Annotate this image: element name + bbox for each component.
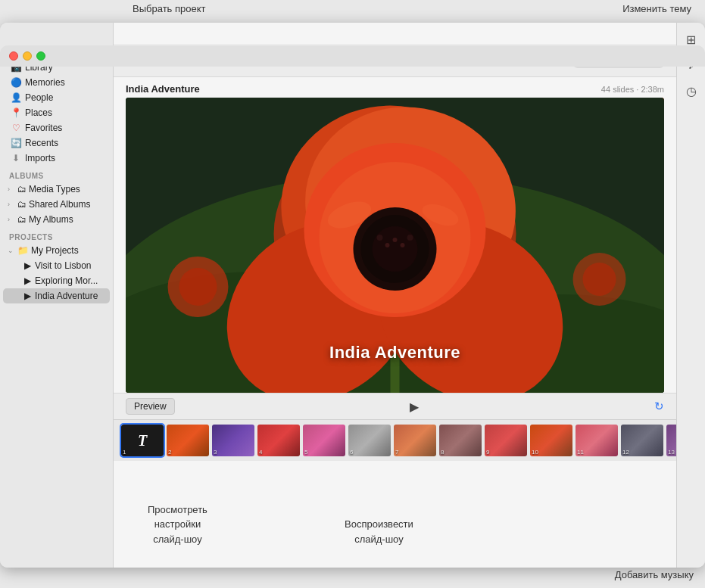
sidebar-item-my-projects-label: My Projects [31,245,79,256]
svg-point-22 [393,238,398,242]
sidebar-item-my-albums-label: My Albums [29,214,73,225]
sidebar-item-recents-label: Recents [25,138,58,148]
thumbnail-13[interactable]: 13 [666,425,676,456]
sidebar-item-media-types[interactable]: › 🗂 Media Types [3,182,110,197]
sidebar-item-india-adventure[interactable]: ▶ India Adventure [3,288,110,303]
sidebar-item-shared-albums-label: Shared Albums [29,199,90,210]
project-name: India Adventure [126,83,200,95]
main-content: ‹ Projects Export 🔍 India Adventure 44 s… [114,23,676,568]
clock-button[interactable]: ◷ [681,80,702,101]
sidebar-item-exploring-mor-label: Exploring Mor... [35,275,98,286]
sidebar-item-india-adventure-label: India Adventure [35,291,98,301]
sidebar-item-memories[interactable]: 🔵 Memories [3,75,110,90]
recents-icon: 🔄 [11,138,21,148]
thumb-num-3: 3 [214,449,217,456]
annotation-top-left: Выбрать проект [133,3,206,14]
thumbnail-10[interactable]: 10 [530,425,572,456]
thumbnail-8[interactable]: 8 [439,425,482,456]
slideshow-title-overlay: India Adventure [329,343,460,362]
thumb-num-9: 9 [486,449,489,456]
sidebar-item-visit-lisbon-label: Visit to Lisbon [35,260,92,271]
thumbnail-4[interactable]: 4 [257,425,300,456]
thumb-num-11: 11 [577,449,584,456]
chevron-down-icon: ⌄ [8,247,15,254]
project-meta: 44 slides · 2:38m [601,85,664,94]
minimize-button[interactable] [23,51,32,61]
shared-albums-icon: 🗂 [17,199,27,210]
annotation-bottom-right: Добавить музыку [615,569,694,580]
thumbnail-6[interactable]: 6 [348,425,391,456]
sidebar-item-places[interactable]: 📍 Places [3,105,110,120]
thumbnail-12[interactable]: 12 [621,425,663,456]
thumb-num-12: 12 [622,449,629,456]
folder-icon: 📁 [17,245,29,256]
people-icon: 👤 [11,92,21,103]
chevron-right-icon3: › [8,216,15,223]
thumb-title-bg: T [121,425,164,456]
sidebar-item-shared-albums[interactable]: › 🗂 Shared Albums [3,197,110,212]
thumbnail-3[interactable]: 3 [212,425,254,456]
preview-tab[interactable]: Preview [126,398,175,415]
places-icon: 📍 [11,107,21,118]
svg-point-26 [179,268,217,306]
favorites-icon: ♡ [11,123,21,133]
main-window: Photos 📷 Library 🔵 Memories 👤 People 📍 P… [0,23,705,568]
thumbnail-strip: T 1 2 3 4 5 6 7 8 [114,419,676,461]
thumb-num-10: 10 [532,449,538,456]
projects-section-label: Projects [0,227,113,243]
thumbnail-7[interactable]: 7 [394,425,436,456]
sidebar: Photos 📷 Library 🔵 Memories 👤 People 📍 P… [0,23,114,568]
sidebar-item-recents[interactable]: 🔄 Recents [3,135,110,151]
thumb-num-4: 4 [259,449,262,456]
thumb-num-13: 13 [668,449,675,456]
sidebar-item-imports-label: Imports [25,153,55,163]
slideshow-icon-2: ▶ [24,275,31,286]
play-button[interactable]: ▶ [405,397,423,415]
sidebar-item-people[interactable]: 👤 People [3,90,110,105]
thumb-num-2: 2 [168,449,171,456]
thumb-num-5: 5 [304,449,307,456]
thumbnail-11[interactable]: 11 [576,425,618,456]
thumb-num-7: 7 [395,449,398,456]
sidebar-item-my-projects[interactable]: ⌄ 📁 My Projects [3,243,110,258]
close-button[interactable] [9,51,18,61]
chevron-right-icon2: › [8,201,15,208]
sidebar-item-people-label: People [25,92,53,103]
preview-controls: Preview ▶ ↻ [114,393,676,419]
sidebar-item-memories-label: Memories [25,77,65,88]
chevron-right-icon: › [8,185,15,193]
media-types-icon: 🗂 [17,184,27,194]
my-albums-icon: 🗂 [17,214,27,225]
thumbnail-2[interactable]: 2 [167,425,209,456]
memories-icon: 🔵 [11,77,21,88]
clock-icon: ◷ [686,84,697,98]
project-header: India Adventure 44 slides · 2:38m [114,77,676,98]
sidebar-item-imports[interactable]: ⬇ Imports [3,151,110,166]
slideshow-icon-3: ▶ [24,291,31,301]
slideshow-icon-1: ▶ [24,260,31,271]
svg-point-20 [385,243,390,247]
sidebar-item-exploring-mor[interactable]: ▶ Exploring Mor... [3,273,110,288]
sidebar-item-visit-lisbon[interactable]: ▶ Visit to Lisbon [3,258,110,273]
sidebar-item-my-albums[interactable]: › 🗂 My Albums [3,212,110,227]
sidebar-item-favorites-label: Favorites [25,123,62,133]
maximize-button[interactable] [36,51,45,61]
sidebar-item-favorites[interactable]: ♡ Favorites [3,120,110,135]
sidebar-item-media-types-label: Media Types [29,184,80,194]
annotation-top-right: Изменить тему [622,3,691,14]
thumbnail-1[interactable]: T 1 [121,425,164,456]
traffic-lights-bar [0,45,705,67]
loop-button[interactable]: ↻ [654,400,664,413]
thumb-num-1: 1 [123,449,126,456]
layout-icon: ⊞ [686,33,696,47]
albums-section-label: Albums [0,166,113,182]
thumbnail-5[interactable]: 5 [303,425,345,456]
svg-point-17 [373,226,418,272]
thumb-num-8: 8 [441,449,444,456]
slideshow-preview: India Adventure [126,98,664,393]
imports-icon: ⬇ [11,153,21,163]
sidebar-item-places-label: Places [25,107,52,118]
thumbnail-9[interactable]: 9 [485,425,527,456]
svg-point-19 [407,235,413,241]
slideshow-image: India Adventure [126,98,664,393]
